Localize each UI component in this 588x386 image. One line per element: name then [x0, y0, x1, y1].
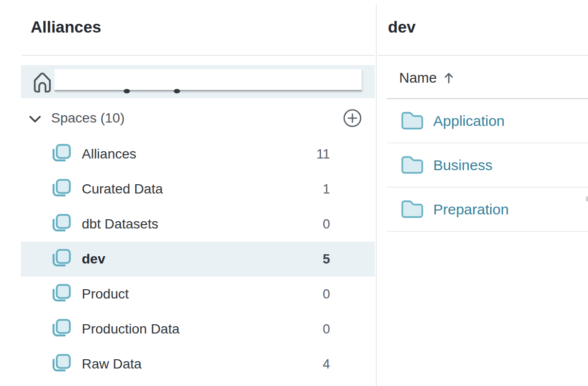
main-title-divider	[378, 55, 588, 56]
space-icon	[50, 318, 72, 340]
spaces-section-header[interactable]: Spaces (10)	[21, 108, 375, 129]
main-panel-title: dev	[388, 18, 416, 36]
home-icon	[33, 71, 52, 95]
plus-circle-icon	[343, 122, 362, 129]
spaces-section-label: Spaces (10)	[51, 110, 125, 126]
name-column-header[interactable]: Name	[399, 70, 454, 86]
sidebar-item-count: 11	[316, 147, 330, 162]
sidebar-item-label: dev	[82, 251, 105, 267]
folder-row-business[interactable]: Business	[387, 143, 588, 188]
sidebar-title: Alliances	[31, 18, 101, 36]
panel-divider	[376, 5, 377, 386]
sidebar-item-label: Curated Data	[82, 181, 163, 197]
folder-link[interactable]: Preparation	[433, 201, 509, 218]
cropped-edge-element	[586, 196, 588, 201]
space-icon	[50, 213, 72, 235]
folder-icon	[401, 155, 424, 176]
sidebar-item-count: 5	[323, 252, 330, 267]
folder-row-application[interactable]: Application	[387, 99, 588, 143]
add-space-button[interactable]	[342, 108, 363, 129]
chevron-down-icon[interactable]	[28, 114, 42, 126]
folder-icon	[401, 110, 424, 132]
sidebar-item-count: 0	[323, 217, 330, 232]
sidebar-item-count: 0	[323, 287, 330, 302]
sidebar-item-label: Production Data	[82, 321, 180, 337]
space-icon	[50, 283, 72, 305]
arrow-up-icon	[443, 71, 454, 86]
redaction-overlay	[55, 69, 362, 91]
name-column-label: Name	[399, 70, 437, 86]
sidebar-item-count: 1	[323, 182, 330, 197]
sidebar-item-count: 0	[323, 322, 330, 337]
redacted-text-descender	[124, 89, 130, 93]
sidebar-item-product[interactable]: Product 0	[21, 277, 375, 312]
folder-link[interactable]: Business	[433, 157, 493, 174]
sidebar-item-dbt-datasets[interactable]: dbt Datasets 0	[21, 207, 375, 242]
folder-icon	[401, 199, 424, 220]
space-icon	[50, 353, 72, 375]
sidebar-item-label: dbt Datasets	[82, 216, 158, 232]
space-icon	[50, 248, 72, 270]
redacted-text-descender	[174, 89, 180, 93]
sidebar-item-dev[interactable]: dev 5	[21, 242, 375, 277]
sidebar-title-divider	[22, 55, 375, 56]
app-window: Alliances Spaces (10)	[0, 0, 588, 386]
sidebar-item-curated-data[interactable]: Curated Data 1	[21, 172, 375, 207]
folder-link[interactable]: Application	[433, 113, 505, 129]
folder-row-preparation[interactable]: Preparation	[387, 188, 588, 232]
sidebar-item-count: 4	[323, 357, 330, 372]
sidebar-item-alliances[interactable]: Alliances 11	[21, 137, 375, 172]
sidebar-item-raw-data[interactable]: Raw Data 4	[21, 347, 375, 382]
sidebar-item-production-data[interactable]: Production Data 0	[21, 312, 375, 347]
sidebar-item-label: Alliances	[82, 146, 136, 162]
sidebar-item-label: Raw Data	[82, 356, 142, 372]
space-icon	[50, 178, 72, 200]
space-icon	[50, 143, 72, 165]
sidebar-item-label: Product	[82, 286, 129, 302]
